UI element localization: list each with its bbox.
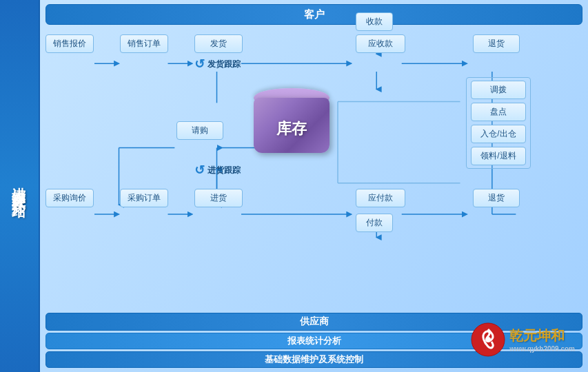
sales-quote-box: 销售报价 — [45, 34, 94, 53]
diagram-area: 销售报价 销售订单 发货 应收款 退货 收款 ↺ — [45, 28, 582, 311]
company-name: 乾元坤和 — [509, 327, 575, 345]
main-diagram: 客户 — [40, 0, 588, 372]
logo-icon — [471, 322, 505, 357]
ops-box: 调拨 盘点 入仓/出仓 领料/退料 — [466, 77, 531, 169]
collect-box: 收款 — [356, 12, 393, 31]
payable-box: 应付款 — [356, 189, 405, 207]
inventory-cylinder: 库存 — [254, 88, 336, 153]
sidebar-title: 进销存软件介绍 — [10, 176, 29, 196]
diagram-svg — [45, 28, 582, 311]
purchase-inquiry-box: 采购询价 — [45, 189, 94, 207]
svg-point-24 — [485, 337, 491, 342]
inbound-box: 进货 — [194, 189, 243, 207]
logo-area: 乾元坤和 www.qykh2009.com — [471, 322, 575, 357]
left-sidebar: 进销存软件介绍 — [0, 0, 40, 372]
logo-text: 乾元坤和 www.qykh2009.com — [509, 327, 575, 353]
requisition-box: 请购 — [176, 121, 223, 140]
sales-return-box: 退货 — [473, 34, 520, 53]
purchase-order-box: 采购订单 — [120, 189, 168, 207]
report-bar: 报表统计分析 乾元坤和 www.qykh2009.com — [45, 333, 582, 349]
customer-bar: 客户 — [45, 4, 582, 25]
purchase-tracking-label: ↺ 进货跟踪 — [194, 163, 241, 178]
company-url: www.qykh2009.com — [509, 345, 575, 353]
shipment-tracking-label: ↺ 发货跟踪 — [194, 56, 241, 72]
payment-box: 付款 — [356, 214, 393, 232]
main-container: 进销存软件介绍 客户 — [0, 0, 588, 372]
shipment-box: 发货 — [194, 34, 243, 53]
receivable-box: 应收款 — [356, 34, 405, 53]
purchase-return-box: 退货 — [473, 189, 520, 207]
sales-order-box: 销售订单 — [120, 34, 168, 53]
